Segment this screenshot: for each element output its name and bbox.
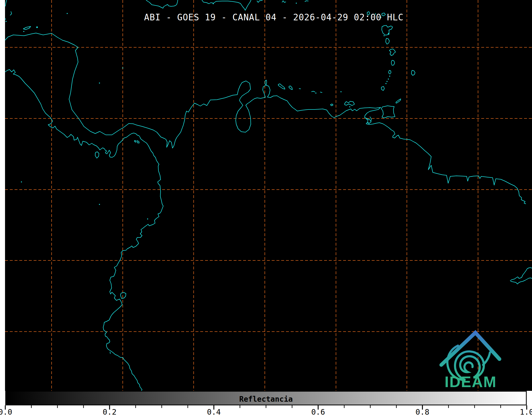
image-title: ABI - GOES 19 - CANAL 04 - 2026-04-29 02… — [5, 12, 532, 22]
reflectance-colorbar: Reflectancia — [5, 391, 527, 405]
colorbar-tick-label: 0.8 — [416, 407, 429, 416]
colorbar-tick-label: 0.4 — [207, 407, 221, 416]
colorbar-ticks — [0, 405, 532, 411]
satellite-viewer: ABI - GOES 19 - CANAL 04 - 2026-04-29 02… — [0, 0, 532, 417]
colorbar-tick-label: 0.2 — [103, 407, 116, 416]
ideam-logo: IDEAM — [0, 0, 532, 417]
colorbar-tick-label: 0.0 — [0, 407, 12, 416]
colorbar-band: Reflectancia 0.00.20.40.60.81.0 — [0, 391, 532, 417]
colorbar-label: Reflectancia — [6, 395, 526, 404]
colorbar-tick-label: 0.6 — [311, 407, 325, 416]
ideam-logo-text: IDEAM — [445, 373, 497, 390]
colorbar-tick-label: 1.0 — [520, 407, 532, 416]
